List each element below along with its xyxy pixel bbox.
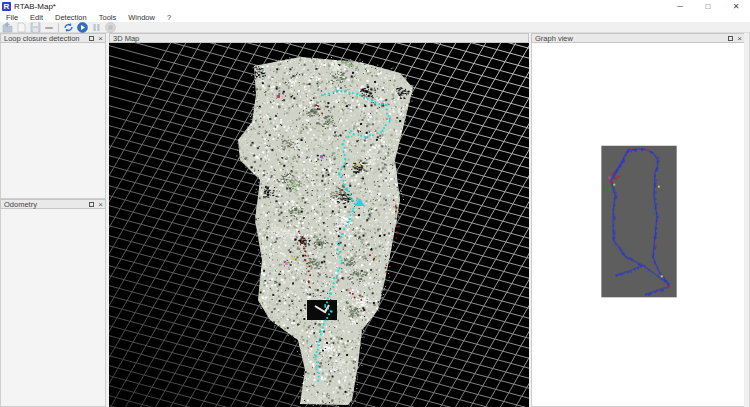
odometry-title: Odometry xyxy=(1,200,87,209)
map3d-title-bar: 3D Map xyxy=(109,33,529,43)
window-title: RTAB-Map* xyxy=(14,2,56,11)
title-bar: R RTAB-Map* ─ □ ✕ xyxy=(0,0,750,13)
minimize-button[interactable]: ─ xyxy=(666,0,694,13)
loop-closure-panel: Loop closure detection × xyxy=(0,33,106,199)
refresh-icon xyxy=(63,22,74,33)
float-icon xyxy=(89,202,94,207)
odometry-panel: Odometry × xyxy=(0,199,106,407)
odometry-float-button[interactable] xyxy=(87,199,96,209)
stop-icon xyxy=(105,22,116,33)
window-edge xyxy=(744,33,749,407)
save-icon xyxy=(30,22,41,33)
graph-view-title: Graph view xyxy=(532,34,726,43)
float-icon xyxy=(728,36,733,41)
open-database-button[interactable] xyxy=(0,22,14,33)
save-database-button[interactable] xyxy=(28,22,42,33)
file-icon xyxy=(16,22,27,33)
maximize-button[interactable]: □ xyxy=(694,0,722,13)
float-icon xyxy=(89,36,94,41)
screenshot-button[interactable] xyxy=(42,22,56,33)
rtabmap-window: R RTAB-Map* ─ □ ✕ File Edit Detection To… xyxy=(0,0,750,407)
toolbar-separator xyxy=(58,23,59,32)
odometry-title-bar: Odometry × xyxy=(0,199,106,209)
loop-closure-close-button[interactable]: × xyxy=(96,33,105,43)
graph-view-close-button[interactable]: × xyxy=(735,33,744,43)
map3d-panel: 3D Map xyxy=(109,33,529,407)
new-database-button[interactable] xyxy=(14,22,28,33)
app-icon: R xyxy=(2,2,11,11)
loop-closure-float-button[interactable] xyxy=(87,33,96,43)
loop-closure-content xyxy=(0,43,106,199)
stop-button[interactable] xyxy=(103,22,117,33)
menu-window[interactable]: Window xyxy=(122,13,161,22)
play-icon xyxy=(77,22,88,33)
graph-view-title-bar: Graph view × xyxy=(531,33,745,43)
toolbar xyxy=(0,22,750,33)
graph-view-canvas[interactable] xyxy=(531,43,745,407)
map3d-viewport[interactable] xyxy=(109,43,529,407)
graph-view-panel: Graph view × xyxy=(531,33,745,407)
odometry-content xyxy=(0,209,106,407)
graph-view-float-button[interactable] xyxy=(726,33,735,43)
pause-icon xyxy=(91,22,102,33)
refresh-button[interactable] xyxy=(61,22,75,33)
pause-button[interactable] xyxy=(89,22,103,33)
odometry-close-button[interactable]: × xyxy=(96,199,105,209)
screenshot-icon xyxy=(44,22,55,33)
loop-closure-title-bar: Loop closure detection × xyxy=(0,33,106,43)
menu-help[interactable]: ? xyxy=(161,13,177,22)
folder-open-icon xyxy=(2,22,13,33)
close-button[interactable]: ✕ xyxy=(722,0,750,13)
map3d-title: 3D Map xyxy=(110,34,528,43)
start-button[interactable] xyxy=(75,22,89,33)
loop-closure-title: Loop closure detection xyxy=(1,34,87,43)
